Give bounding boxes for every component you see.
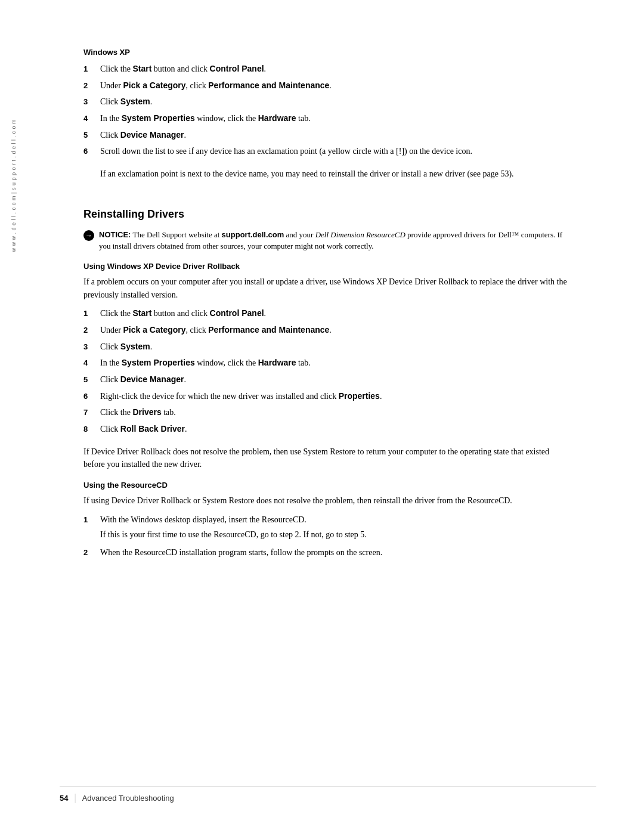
list-item: 6 Right-click the device for which the n… — [83, 390, 572, 403]
notice-text: NOTICE: The Dell Support website at supp… — [99, 229, 572, 252]
main-content: Windows XP 1 Click the Start button and … — [83, 48, 572, 559]
list-item: 3 Click System. — [83, 340, 572, 354]
windows-xp-note: If an exclamation point is next to the d… — [100, 168, 572, 181]
notice-box: → NOTICE: The Dell Support website at su… — [83, 229, 572, 252]
list-item: 6 Scroll down the list to see if any dev… — [83, 145, 572, 158]
list-item: 1 Click the Start button and click Contr… — [83, 63, 572, 76]
rollback-subsection: Using Windows XP Device Driver Rollback … — [83, 262, 572, 471]
resourcecd-step1-note: If this is your first time to use the Re… — [100, 528, 572, 541]
rollback-outro: If Device Driver Rollback does not resol… — [83, 445, 572, 471]
list-item: 4 In the System Properties window, click… — [83, 357, 572, 370]
resourcecd-subsection: Using the ResourceCD If using Device Dri… — [83, 481, 572, 559]
list-item: 4 In the System Properties window, click… — [83, 112, 572, 125]
reinstalling-heading: Reinstalling Drivers — [83, 208, 572, 221]
list-item: 5 Click Device Manager. — [83, 129, 572, 142]
rollback-heading: Using Windows XP Device Driver Rollback — [83, 262, 572, 271]
windows-xp-steps: 1 Click the Start button and click Contr… — [83, 63, 572, 158]
footer-section-text: Advanced Troubleshooting — [82, 794, 174, 803]
list-item: 8 Click Roll Back Driver. — [83, 423, 572, 436]
sidebar-watermark: w w w . d e l l . c o m | s u p p o r t … — [11, 119, 17, 252]
list-item: 5 Click Device Manager. — [83, 373, 572, 386]
windows-xp-heading: Windows XP — [83, 48, 572, 57]
resourcecd-steps: 1 With the Windows desktop displayed, in… — [83, 513, 572, 559]
list-item: 2 Under Pick a Category, click Performan… — [83, 324, 572, 337]
list-item: 1 With the Windows desktop displayed, in… — [83, 513, 572, 541]
rollback-steps: 1 Click the Start button and click Contr… — [83, 307, 572, 436]
reinstalling-drivers-section: Reinstalling Drivers → NOTICE: The Dell … — [83, 208, 572, 559]
resourcecd-heading: Using the ResourceCD — [83, 481, 572, 490]
resourcecd-intro: If using Device Driver Rollback or Syste… — [83, 494, 572, 507]
windows-xp-section: Windows XP 1 Click the Start button and … — [83, 48, 572, 181]
list-item: 1 Click the Start button and click Contr… — [83, 307, 572, 320]
page-number: 54 — [60, 794, 68, 803]
rollback-intro: If a problem occurs on your computer aft… — [83, 275, 572, 301]
page-footer: 54 | Advanced Troubleshooting — [60, 786, 596, 803]
list-item: 3 Click System. — [83, 95, 572, 109]
notice-icon: → — [83, 230, 94, 241]
list-item: 2 When the ResourceCD installation progr… — [83, 546, 572, 559]
page-container: w w w . d e l l . c o m | s u p p o r t … — [0, 0, 644, 833]
footer-separator: | — [74, 792, 76, 803]
list-item: 2 Under Pick a Category, click Performan… — [83, 79, 572, 92]
list-item: 7 Click the Drivers tab. — [83, 406, 572, 419]
